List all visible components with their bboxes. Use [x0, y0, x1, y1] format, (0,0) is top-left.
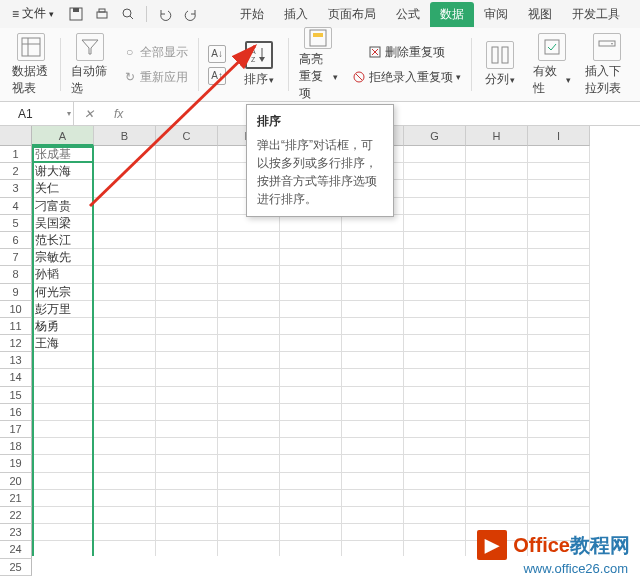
cell[interactable] — [280, 404, 342, 421]
cell[interactable] — [466, 180, 528, 197]
cell[interactable] — [218, 266, 280, 283]
cell[interactable] — [156, 490, 218, 507]
cell[interactable] — [342, 404, 404, 421]
undo-icon[interactable] — [157, 6, 173, 22]
cell[interactable] — [342, 301, 404, 318]
select-all-corner[interactable] — [0, 126, 32, 146]
cancel-fx-button[interactable]: ✕ — [74, 107, 104, 121]
cell[interactable] — [342, 335, 404, 352]
cell[interactable] — [466, 455, 528, 472]
row-header[interactable]: 10 — [0, 301, 32, 318]
cell[interactable] — [94, 232, 156, 249]
cell[interactable]: 宗敏先 — [32, 249, 94, 266]
cell[interactable] — [404, 318, 466, 335]
cell[interactable] — [156, 284, 218, 301]
cell[interactable] — [94, 387, 156, 404]
row-header[interactable]: 18 — [0, 438, 32, 455]
cell[interactable] — [404, 455, 466, 472]
row-header[interactable]: 4 — [0, 198, 32, 215]
cell[interactable] — [404, 507, 466, 524]
cell[interactable] — [94, 404, 156, 421]
cell[interactable] — [94, 369, 156, 386]
cell[interactable] — [342, 249, 404, 266]
row-header[interactable]: 6 — [0, 232, 32, 249]
cell[interactable] — [280, 387, 342, 404]
cell[interactable] — [94, 524, 156, 541]
cell[interactable] — [94, 198, 156, 215]
cell[interactable] — [342, 232, 404, 249]
tab-dev[interactable]: 开发工具 — [562, 2, 630, 27]
cell[interactable] — [156, 352, 218, 369]
validation-button[interactable]: 有效性▾ — [527, 32, 577, 97]
cell[interactable] — [528, 249, 590, 266]
preview-icon[interactable] — [120, 6, 136, 22]
cell[interactable] — [404, 266, 466, 283]
cell[interactable]: 关仁 — [32, 180, 94, 197]
cell[interactable] — [342, 369, 404, 386]
name-box[interactable]: A1 ▾ — [0, 102, 74, 125]
cell[interactable] — [218, 249, 280, 266]
cell[interactable] — [528, 335, 590, 352]
cell[interactable] — [342, 352, 404, 369]
cell[interactable] — [280, 490, 342, 507]
row-header[interactable]: 15 — [0, 387, 32, 404]
reject-dup-button[interactable]: 拒绝录入重复项▾ — [352, 68, 461, 87]
print-icon[interactable] — [94, 6, 110, 22]
cell[interactable] — [156, 455, 218, 472]
cell[interactable] — [32, 490, 94, 507]
cell[interactable] — [342, 438, 404, 455]
cell[interactable] — [280, 215, 342, 232]
cell[interactable] — [218, 215, 280, 232]
cell[interactable] — [218, 284, 280, 301]
cell[interactable] — [280, 266, 342, 283]
cell[interactable] — [528, 490, 590, 507]
cell[interactable] — [466, 301, 528, 318]
insert-dropdown-button[interactable]: 插入下拉列表 — [579, 32, 634, 97]
cell[interactable] — [466, 318, 528, 335]
cell[interactable]: 刁富贵 — [32, 198, 94, 215]
cell[interactable] — [342, 318, 404, 335]
cell[interactable] — [156, 541, 218, 556]
cell[interactable] — [404, 198, 466, 215]
cell[interactable] — [32, 507, 94, 524]
cell[interactable] — [280, 249, 342, 266]
text-to-columns-button[interactable]: 分列▾ — [475, 32, 525, 97]
cell[interactable] — [342, 387, 404, 404]
cell[interactable] — [404, 215, 466, 232]
row-header[interactable]: 11 — [0, 318, 32, 335]
cell[interactable] — [404, 421, 466, 438]
cell[interactable] — [466, 335, 528, 352]
column-header-C[interactable]: C — [156, 126, 218, 146]
cell[interactable] — [280, 352, 342, 369]
cell[interactable] — [156, 180, 218, 197]
cell[interactable] — [156, 318, 218, 335]
cell[interactable] — [280, 284, 342, 301]
cell[interactable] — [466, 369, 528, 386]
cell[interactable] — [466, 490, 528, 507]
cell[interactable]: 谢大海 — [32, 163, 94, 180]
cell[interactable] — [404, 352, 466, 369]
cell[interactable] — [342, 455, 404, 472]
cell[interactable] — [528, 215, 590, 232]
cell[interactable] — [528, 301, 590, 318]
cell[interactable] — [280, 369, 342, 386]
cell[interactable] — [94, 301, 156, 318]
cell[interactable] — [218, 473, 280, 490]
cell[interactable] — [280, 455, 342, 472]
cell[interactable] — [404, 335, 466, 352]
cell[interactable] — [32, 524, 94, 541]
cell[interactable] — [156, 507, 218, 524]
row-header[interactable]: 9 — [0, 284, 32, 301]
cell[interactable] — [404, 524, 466, 541]
pivot-table-button[interactable]: 数据透视表 — [6, 32, 56, 97]
tab-layout[interactable]: 页面布局 — [318, 2, 386, 27]
cell[interactable] — [404, 387, 466, 404]
row-header[interactable]: 16 — [0, 404, 32, 421]
cell[interactable] — [342, 421, 404, 438]
cell[interactable]: 张成基 — [32, 146, 94, 163]
cell[interactable] — [218, 541, 280, 556]
cell[interactable] — [94, 352, 156, 369]
cell[interactable] — [280, 541, 342, 556]
column-header-B[interactable]: B — [94, 126, 156, 146]
cell[interactable] — [94, 163, 156, 180]
